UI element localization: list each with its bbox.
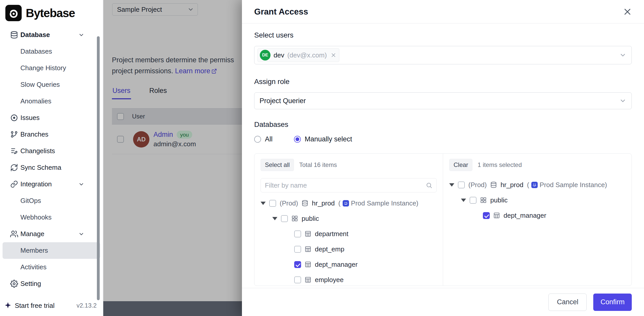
- sidebar-item-integration[interactable]: Integration: [3, 176, 100, 192]
- tree-row-schema[interactable]: public: [449, 192, 625, 208]
- sidebar-item-change-history[interactable]: Change History: [3, 60, 100, 76]
- sidebar-item-gitops[interactable]: GitOps: [3, 192, 100, 209]
- checkbox[interactable]: [294, 230, 301, 237]
- grant-access-drawer: Grant Access Select users DE dev (dev@x.…: [242, 0, 644, 316]
- sidebar-item-webhooks[interactable]: Webhooks: [3, 209, 100, 226]
- schema-icon: [480, 197, 487, 203]
- sidebar-item-slow-queries[interactable]: Slow Queries: [3, 76, 100, 93]
- sidebar-item-label: Changelists: [20, 147, 55, 155]
- sidebar-scrollbar[interactable]: [97, 36, 100, 300]
- tree-row-schema[interactable]: public: [261, 211, 437, 226]
- sidebar-item-label: Sync Schema: [20, 164, 61, 172]
- changelist-icon: [10, 147, 18, 155]
- sidebar-item-label: Webhooks: [20, 213, 51, 221]
- selected-user-chip: DE dev (dev@x.com): [257, 48, 339, 62]
- sidebar-item-anomalies[interactable]: Anomalies: [3, 93, 100, 110]
- link-icon: [10, 180, 18, 188]
- user-name: dev: [274, 51, 284, 59]
- sidebar-item-label: Issues: [20, 114, 40, 122]
- radio-manually-select[interactable]: Manually select: [294, 135, 352, 143]
- sidebar-item-activities[interactable]: Activities: [3, 259, 100, 275]
- sidebar-item-label: Slow Queries: [20, 81, 60, 89]
- database-scope-radios: All Manually select: [254, 135, 632, 143]
- schema-name: public: [490, 196, 508, 204]
- sidebar-item-members[interactable]: Members: [3, 242, 100, 259]
- caret-expanded-icon[interactable]: [461, 199, 466, 202]
- filter-input[interactable]: [265, 181, 423, 189]
- caret-expanded-icon[interactable]: [261, 202, 266, 205]
- source-tree: (Prod) hr_prod ( Prod Sample Instance): [261, 196, 437, 286]
- radio-label: All: [265, 135, 273, 143]
- users-multiselect[interactable]: DE dev (dev@x.com): [254, 46, 632, 64]
- sidebar-item-manage[interactable]: Manage: [3, 226, 100, 242]
- sidebar-item-changelists[interactable]: Changelists: [3, 143, 100, 159]
- checkbox[interactable]: [269, 200, 276, 207]
- tree-row-table[interactable]: department: [261, 226, 437, 241]
- sidebar-item-label: Change History: [20, 64, 66, 72]
- sidebar-nav: Database Databases Change History Slow Q…: [0, 27, 103, 298]
- checkbox[interactable]: [470, 197, 476, 204]
- table-icon: [305, 276, 311, 283]
- sidebar-item-database[interactable]: Database: [3, 27, 100, 43]
- sidebar-item-label: Integration: [20, 180, 52, 188]
- checkbox[interactable]: [294, 276, 301, 283]
- avatar: DE: [260, 50, 271, 60]
- confirm-button[interactable]: Confirm: [593, 294, 632, 311]
- remove-user-icon[interactable]: [330, 52, 337, 58]
- select-all-button[interactable]: Select all: [261, 159, 294, 171]
- radio-label: Manually select: [305, 135, 352, 143]
- instance-label: ( Prod Sample Instance): [338, 199, 418, 207]
- tree-row-table[interactable]: dept_manager: [449, 208, 625, 223]
- tree-row-table[interactable]: dept_emp: [261, 241, 437, 257]
- environment-label: (Prod): [280, 199, 298, 207]
- checkbox[interactable]: [281, 215, 288, 222]
- tree-row-table[interactable]: employee: [261, 272, 437, 286]
- caret-expanded-icon[interactable]: [272, 217, 277, 220]
- checkbox[interactable]: [294, 261, 301, 268]
- select-users-label: Select users: [254, 31, 632, 39]
- search-icon: [426, 182, 432, 189]
- instance-icon: [343, 200, 349, 206]
- sidebar-item-setting[interactable]: Setting: [3, 275, 100, 292]
- databases-label: Databases: [254, 120, 632, 129]
- sidebar-item-sync-schema[interactable]: Sync Schema: [3, 159, 100, 176]
- chevron-down-icon: [619, 52, 626, 59]
- sidebar-item-label: Databases: [20, 47, 52, 55]
- transfer-source-pane: Select all Total 16 items (Prod): [254, 154, 443, 286]
- filter-field: [261, 178, 437, 192]
- sidebar-item-issues[interactable]: Issues: [3, 110, 100, 126]
- database-icon: [302, 200, 308, 206]
- sidebar-item-label: Anomalies: [20, 97, 51, 105]
- tree-row-table[interactable]: dept_manager: [261, 257, 437, 272]
- radio-all[interactable]: All: [254, 135, 273, 143]
- chevron-down-icon: [78, 32, 84, 38]
- sidebar-item-databases[interactable]: Databases: [3, 43, 100, 60]
- assign-role-label: Assign role: [254, 78, 632, 86]
- tree-row-database[interactable]: (Prod) hr_prod ( Prod Sample Instance): [449, 177, 625, 192]
- clear-button[interactable]: Clear: [449, 159, 472, 171]
- caret-expanded-icon[interactable]: [449, 183, 454, 187]
- sidebar-footer: Start free trial v2.13.2: [0, 298, 103, 316]
- database-icon: [10, 31, 18, 39]
- user-email: (dev@x.com): [287, 51, 327, 59]
- start-free-trial-link[interactable]: Start free trial: [15, 302, 55, 310]
- selected-count-label: 1 items selected: [478, 161, 522, 168]
- close-icon[interactable]: [622, 6, 633, 18]
- selected-pane-header: Clear 1 items selected: [449, 159, 625, 171]
- brand-logo[interactable]: Bytebase: [0, 0, 103, 27]
- sync-icon: [10, 164, 18, 172]
- database-name: hr_prod: [312, 199, 335, 207]
- tree-row-database[interactable]: (Prod) hr_prod ( Prod Sample Instance): [261, 196, 437, 211]
- sidebar-item-label: Database: [20, 31, 50, 39]
- checkbox[interactable]: [458, 181, 465, 188]
- schema-name: public: [302, 215, 319, 223]
- cancel-button[interactable]: Cancel: [548, 294, 587, 311]
- table-icon: [305, 246, 311, 252]
- checkbox[interactable]: [294, 246, 301, 253]
- sidebar-item-label: Setting: [20, 280, 41, 288]
- sidebar-item-branches[interactable]: Branches: [3, 126, 100, 143]
- sparkle-icon: [4, 302, 12, 309]
- instance-label: ( Prod Sample Instance): [527, 181, 607, 189]
- role-select[interactable]: Project Querier: [254, 92, 632, 109]
- checkbox[interactable]: [483, 212, 490, 219]
